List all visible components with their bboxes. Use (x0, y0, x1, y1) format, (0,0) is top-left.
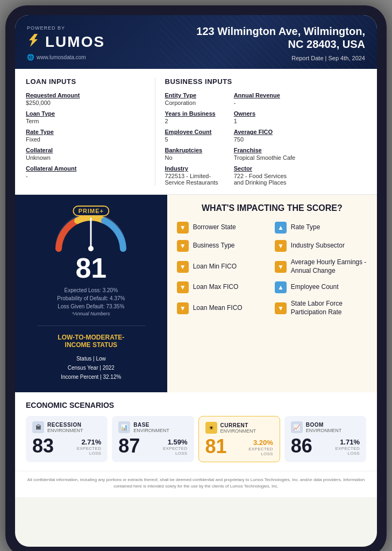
loan-collateral-value: Unknown (26, 154, 146, 161)
ltm-census: Census Year | 2022 (58, 363, 124, 372)
impact-label-borrower-state: Borrower State (193, 223, 236, 232)
impact-label-employee-count: Employee Count (291, 283, 339, 292)
impact-loan-max-fico: ▼ Loan Max FICO (177, 281, 269, 293)
eco-boom-sub: Environment (306, 428, 342, 433)
loan-inputs: LOAN INPUTS Requested Amount $250,000 Lo… (26, 77, 155, 186)
eco-boom-pct: 1.71% (335, 438, 360, 446)
bi-franchise: Franchise Tropical Smoothie Cafe (234, 147, 297, 161)
current-icon: ☀ (205, 422, 217, 434)
eco-base-sub: Environment (133, 428, 169, 433)
eco-recession-pct: 2.71% (77, 438, 102, 446)
impact-label-business-type: Business Type (193, 242, 235, 250)
eco-boom-label: BOOM (306, 422, 342, 428)
arrow-down-icon-7: ▼ (177, 302, 189, 314)
loan-rate-type-value: Fixed (26, 136, 146, 143)
eco-base-loss: 1.59% EXPECTEDLOSS (163, 438, 188, 456)
eco-recession-score: 83 (32, 436, 54, 456)
base-icon: 📊 (118, 421, 130, 433)
arrow-down-icon-3: ▼ (275, 240, 287, 252)
loan-inputs-title: LOAN INPUTS (26, 77, 146, 86)
eco-card-recession: 🏛 RECESSION Environment 83 2.71% EXPECTE… (26, 416, 108, 462)
inputs-section: LOAN INPUTS Requested Amount $250,000 Lo… (15, 69, 377, 195)
score-right: WHAT'S IMPACTING THE SCORE? ▼ Borrower S… (167, 195, 377, 392)
divider (37, 326, 145, 326)
screen: POWERED BY LUMOS 🌐 www.lumosdata.com (15, 15, 377, 547)
prime-badge: PRIME+ (73, 206, 109, 216)
loan-rate-type: Rate Type Fixed (26, 129, 146, 143)
eco-card-current: ☀ CURRENT Environment 81 3.20% EXPECTEDL… (198, 416, 280, 462)
logo-text: LUMOS (45, 33, 105, 51)
loan-type: Loan Type Term (26, 110, 146, 124)
ltm-section: LOW-TO-MODERATE-INCOME STATUS Status | L… (58, 334, 124, 382)
prob-default-line: Probability of Default: 4.37% (57, 294, 125, 302)
eco-current-loss: 3.20% EXPECTEDLOSS (248, 439, 273, 456)
eco-base-pct: 1.59% (163, 438, 188, 446)
impact-label-loan-min-fico: Loan Min FICO (193, 263, 237, 271)
score-number: 81 (75, 254, 106, 282)
eco-card-current-header: ☀ CURRENT Environment (205, 422, 273, 434)
loan-requested-amount-value: $250,000 (26, 100, 146, 106)
impact-industry-subsector: ▼ Industry Subsector (275, 240, 367, 252)
impact-label-loan-max-fico: Loan Max FICO (193, 283, 239, 292)
eco-base-label: BASE (133, 422, 169, 428)
eco-current-pct: 3.20% (248, 439, 273, 447)
impact-rate-type: ▲ Rate Type (275, 222, 367, 234)
svg-marker-0 (29, 34, 38, 47)
impact-label-state-labor-force: State Labor Force Participation Rate (291, 300, 367, 316)
eco-section-title: ECONOMIC SCENARIOS (26, 401, 366, 409)
score-details: Expected Loss: 3.20% Probability of Defa… (57, 286, 125, 318)
annual-note: *Annual Numbers (57, 310, 125, 318)
arrow-down-icon-2: ▼ (177, 240, 189, 252)
impact-borrower-state: ▼ Borrower State (177, 222, 269, 234)
eco-boom-score: 86 (291, 436, 312, 456)
arrow-down-icon-5: ▼ (275, 261, 287, 273)
bi-owners: Owners 1 (234, 110, 297, 124)
report-date: Report Date | Sep 4th, 2024 (124, 55, 365, 61)
loan-type-label: Loan Type (26, 110, 146, 117)
loan-type-value: Term (26, 118, 146, 124)
logo-icon (27, 33, 42, 51)
business-inputs: BUSINESS INPUTS Entity Type Corporation … (155, 77, 366, 186)
impact-label-industry-subsector: Industry Subsector (291, 242, 345, 250)
whats-impacting-title: WHAT'S IMPACTING THE SCORE? (177, 203, 367, 213)
eco-boom-labels: BOOM Environment (306, 422, 342, 433)
business-inputs-title: BUSINESS INPUTS (165, 77, 366, 86)
globe-icon: 🌐 (27, 54, 34, 61)
impact-state-labor-force: ▼ State Labor Force Participation Rate (275, 300, 367, 316)
powered-by-label: POWERED BY (27, 25, 113, 31)
bi-annual-revenue: Annual Revenue - (234, 92, 297, 106)
eco-card-boom: 📈 BOOM Environment 86 1.71% EXPECTEDLOSS (284, 416, 366, 462)
gauge-container: PRIME+ (48, 206, 134, 254)
bi-placeholder4 (303, 147, 366, 161)
bi-entity-type: Entity Type Corporation (165, 92, 229, 106)
recession-icon: 🏛 (32, 421, 44, 433)
loan-collateral-amount-label: Collateral Amount (26, 165, 146, 172)
eco-base-loss-label: EXPECTEDLOSS (163, 446, 188, 456)
loan-input-grid: Requested Amount $250,000 Loan Type Term… (26, 92, 146, 179)
eco-card-boom-header: 📈 BOOM Environment (291, 421, 360, 433)
eco-card-base: 📊 BASE Environment 87 1.59% EXPECTEDLOSS (112, 416, 194, 462)
ltm-income: Income Percent | 32.12% (58, 372, 124, 382)
website-url: www.lumosdata.com (37, 54, 86, 60)
eco-recession-sub: Environment (47, 428, 83, 433)
logo-row: LUMOS (27, 33, 113, 51)
eco-recession-score-row: 83 2.71% EXPECTEDLOSS (32, 436, 101, 456)
eco-current-loss-label: EXPECTEDLOSS (248, 447, 273, 456)
bi-sector: Sector 722 - Food Services and Drinking … (234, 165, 297, 186)
economic-section: ECONOMIC SCENARIOS 🏛 RECESSION Environme… (15, 392, 377, 471)
boom-icon: 📈 (291, 421, 303, 433)
impact-employee-count: ▲ Employee Count (275, 281, 367, 293)
svg-point-2 (88, 246, 94, 251)
loan-requested-amount-label: Requested Amount (26, 92, 146, 98)
eco-current-sub: Environment (220, 428, 256, 434)
loan-collateral-amount-value: - (26, 173, 146, 179)
eco-current-score-row: 81 3.20% EXPECTEDLOSS (205, 437, 273, 456)
impact-label-loan-mean-fico: Loan Mean FICO (193, 304, 243, 313)
arrow-down-icon-8: ▼ (275, 302, 287, 314)
ltm-status: Status | Low (58, 354, 124, 363)
bi-industry: Industry 722513 - Limited-Service Restau… (165, 165, 229, 186)
eco-boom-loss: 1.71% EXPECTEDLOSS (335, 438, 360, 456)
bi-placeholder2 (303, 110, 366, 124)
ltm-title: LOW-TO-MODERATE-INCOME STATUS (58, 334, 124, 349)
impact-grid: ▼ Borrower State ▲ Rate Type ▼ Business … (177, 222, 367, 316)
